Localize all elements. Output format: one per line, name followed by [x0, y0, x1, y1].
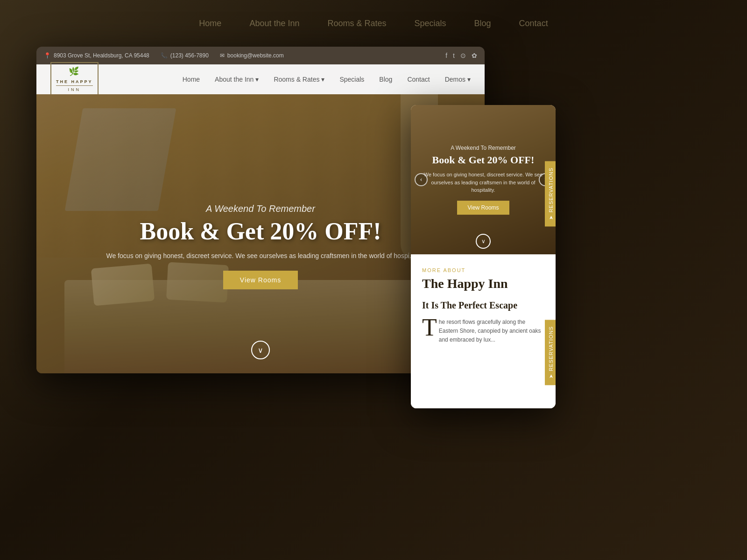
scroll-down-icon: ∨	[258, 346, 263, 355]
email-text: booking@website.com	[227, 52, 284, 59]
bg-nav-about: About the Inn	[249, 19, 299, 28]
logo-text-line2: INN	[56, 85, 93, 93]
hero-mini-section: ‹ › A Weekend To Remember Book & Get 20%…	[411, 105, 556, 254]
phone-item[interactable]: 📞 (123) 456-7890	[161, 52, 209, 59]
bg-nav-specials: Specials	[415, 19, 446, 28]
bg-nav-contact: Contact	[519, 19, 548, 28]
scroll-down-mini-icon: ∨	[481, 238, 486, 245]
about-title: The Happy Inn	[422, 276, 544, 292]
about-label: MORE ABOUT	[422, 267, 544, 273]
hero-description: We focus on giving honest, discreet serv…	[102, 252, 419, 259]
reservations-label-1: RESERVATIONS	[548, 168, 554, 212]
bg-nav-rooms: Rooms & Rates	[327, 19, 386, 28]
instagram-icon[interactable]: ⊙	[460, 52, 466, 59]
yelp-icon[interactable]: ✿	[472, 52, 477, 59]
nav-demos[interactable]: Demos ▾	[445, 76, 471, 83]
hero-mini-scroll-button[interactable]: ∨	[476, 234, 491, 249]
rooms-dropdown-icon: ▾	[321, 76, 324, 83]
nav-links: Home About the Inn ▾ Rooms & Rates ▾ Spe…	[183, 76, 471, 83]
nav-about[interactable]: About the Inn ▾	[215, 76, 259, 83]
reservations-tab-1[interactable]: ➤ RESERVATIONS	[545, 161, 556, 226]
location-icon: 📍	[44, 52, 51, 59]
logo-text-line1: THE HAPPY	[56, 79, 93, 85]
left-arrow-icon: ‹	[420, 176, 423, 183]
nav-home[interactable]: Home	[183, 76, 200, 83]
reservations-label-2: RESERVATIONS	[548, 326, 554, 371]
hero-mini-title: Book & Get 20% OFF!	[420, 154, 546, 166]
hero-mini-view-rooms-button[interactable]: View Rooms	[457, 201, 509, 215]
reservations-arrow-icon-2: ➤	[548, 374, 554, 378]
nav-bar: 🌿 THE HAPPY INN Home About the Inn ▾ Roo…	[36, 64, 485, 94]
nav-blog[interactable]: Blog	[379, 76, 392, 83]
hero-view-rooms-button[interactable]: View Rooms	[223, 271, 298, 289]
about-dropdown-icon: ▾	[255, 76, 259, 83]
bg-nav-home: Home	[199, 19, 221, 28]
address-item: 📍 8903 Grove St, Healdsburg, CA 95448	[44, 52, 149, 59]
hero-mini-description: We focus on giving honest, discreet serv…	[420, 171, 546, 194]
twitter-icon[interactable]: t	[453, 52, 455, 59]
email-icon: ✉	[220, 52, 225, 59]
email-item[interactable]: ✉ booking@website.com	[220, 52, 284, 59]
phone-icon: 📞	[161, 52, 168, 59]
demos-dropdown-icon: ▾	[467, 76, 471, 83]
about-body-text: T he resort flows gracefully along the E…	[422, 318, 544, 345]
hero-prev-arrow[interactable]: ‹	[415, 173, 428, 186]
about-subtitle: It Is The Perfect Escape	[422, 299, 544, 311]
secondary-browser-window: ‹ › A Weekend To Remember Book & Get 20%…	[411, 105, 556, 408]
nav-rooms[interactable]: Rooms & Rates ▾	[274, 76, 324, 83]
bg-nav-blog: Blog	[474, 19, 491, 28]
nav-logo: 🌿 THE HAPPY INN	[50, 62, 99, 96]
address-text: 8903 Grove St, Healdsburg, CA 95448	[54, 52, 149, 59]
contact-info: 📍 8903 Grove St, Healdsburg, CA 95448 📞 …	[44, 52, 284, 59]
facebook-icon[interactable]: f	[445, 52, 447, 59]
about-section: MORE ABOUT The Happy Inn It Is The Perfe…	[411, 254, 556, 408]
background-nav: Home About the Inn Rooms & Rates Special…	[0, 19, 747, 28]
hero-mini-content: A Weekend To Remember Book & Get 20% OFF…	[411, 145, 556, 215]
reservations-arrow-icon: ➤	[548, 215, 554, 220]
phone-text: (123) 456-7890	[170, 52, 209, 59]
top-bar: 📍 8903 Grove St, Healdsburg, CA 95448 📞 …	[36, 47, 485, 64]
hero-scroll-button[interactable]: ∨	[251, 341, 270, 359]
nav-specials[interactable]: Specials	[339, 76, 364, 83]
reservations-tab-2[interactable]: ➤ RESERVATIONS	[545, 320, 556, 385]
about-text-content: he resort flows gracefully along the Eas…	[439, 319, 541, 343]
about-dropcap: T	[422, 318, 437, 337]
hero-mini-subtitle: A Weekend To Remember	[420, 145, 546, 151]
nav-contact[interactable]: Contact	[407, 76, 430, 83]
logo-box: 🌿 THE HAPPY INN	[50, 62, 99, 96]
social-icons: f t ⊙ ✿	[445, 52, 477, 59]
